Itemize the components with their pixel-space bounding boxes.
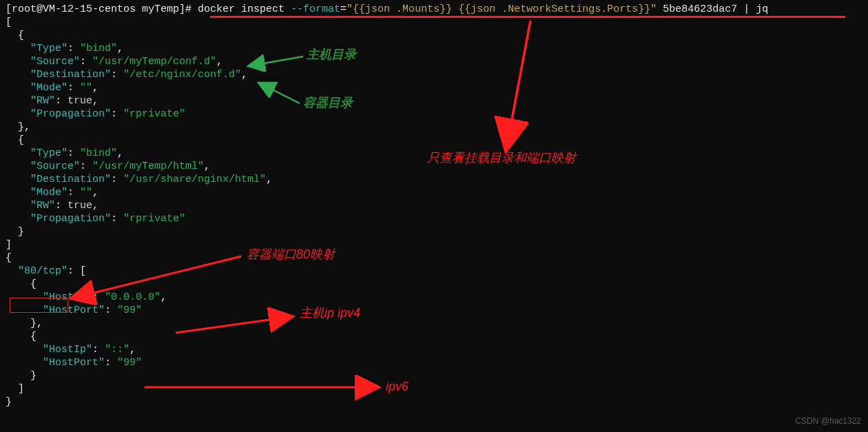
command-line: [root@VM-12-15-centos myTemp]# docker in… — [0, 3, 868, 16]
port-key-highlight — [10, 298, 68, 313]
anno-container-dir: 容器目录 — [303, 96, 353, 110]
cmd-arg: "{{json .Mounts}} {{json .NetworkSetting… — [347, 3, 657, 15]
cmd-docker: docker inspect — [198, 3, 291, 15]
anno-hostip-v4: 主机ip ipv4 — [300, 307, 360, 320]
terminal-output: [root@VM-12-15-centos myTemp]# docker in… — [0, 3, 868, 409]
anno-only-view: 只查看挂载目录和端口映射 — [427, 152, 576, 165]
cmd-eq: = — [340, 3, 347, 15]
prompt: [root@VM-12-15-centos myTemp]# — [6, 3, 198, 15]
anno-host-dir: 主机目录 — [307, 48, 356, 61]
anno-port80: 容器端口80映射 — [247, 248, 335, 261]
cmd-tail: 5be84623dac7 | jq — [657, 3, 768, 15]
watermark: CSDN @hac1322 — [795, 415, 861, 428]
cmd-flag: --format — [291, 3, 340, 15]
command-underline — [210, 16, 845, 18]
anno-ipv6: ipv6 — [386, 380, 409, 393]
